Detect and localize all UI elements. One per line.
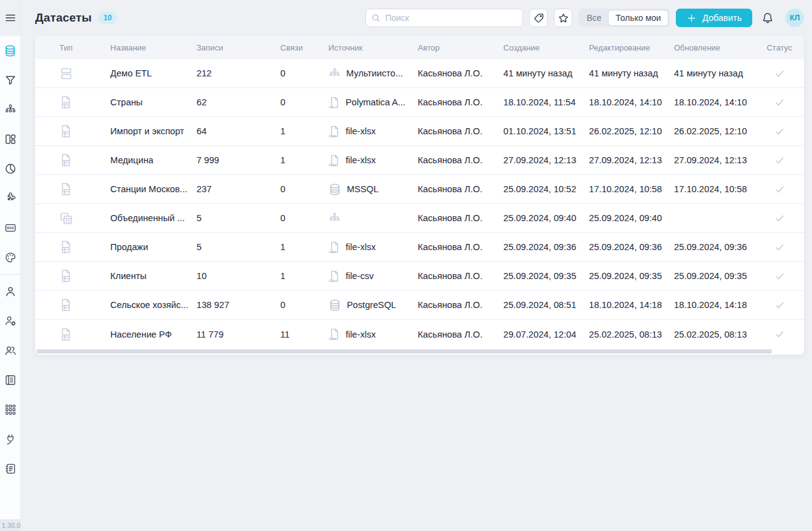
table-row[interactable]: Медицина7 9991XLSXfile-xlsxКасьянова Л.О…: [35, 146, 804, 175]
cell-type: [35, 67, 97, 81]
multisource-icon: [328, 212, 341, 224]
table-row[interactable]: Клиенты101CSVfile-csvКасьянова Л.О.25.09…: [35, 262, 804, 291]
cell-records: 138 927: [183, 300, 267, 310]
cell-edited: 25.02.2025, 08:13: [575, 330, 660, 339]
column-header-updated[interactable]: Обновление: [660, 43, 755, 52]
cell-author: Касьянова Л.О.: [404, 68, 490, 78]
column-header-source[interactable]: Источник: [315, 43, 404, 52]
cell-records: 10: [183, 271, 267, 281]
sidebar-item-plugins[interactable]: [0, 184, 20, 213]
cell-updated: 25.02.2025, 08:13: [660, 330, 755, 339]
cell-created: 18.10.2024, 11:54: [490, 97, 575, 107]
column-header-type[interactable]: Тип: [35, 43, 97, 52]
sidebar-divider: [0, 274, 20, 275]
cell-updated: 25.09.2024, 09:36: [660, 242, 755, 252]
cell-updated: 17.10.2024, 10:58: [660, 184, 755, 194]
cell-edited: 26.02.2025, 12:10: [575, 126, 660, 136]
sidebar-item-svg-editor[interactable]: SVG: [0, 213, 20, 243]
cell-status: [755, 270, 804, 282]
sidebar-item-directory[interactable]: [0, 365, 20, 395]
cell-created: 25.09.2024, 10:52: [490, 184, 575, 194]
cell-source: [315, 212, 404, 224]
horizontal-scrollbar: [35, 349, 804, 355]
svg-text:CSV: CSV: [328, 280, 334, 283]
column-header-edited[interactable]: Редактирование: [575, 43, 660, 52]
column-header-status[interactable]: Статус: [755, 43, 804, 52]
cell-source: XLSXfile-xlsx: [315, 241, 404, 254]
cell-source: Мультиисто...: [315, 67, 404, 79]
file-type-icon: [60, 298, 72, 312]
column-header-records[interactable]: Записи: [183, 43, 267, 52]
table-row[interactable]: Демо ETL2120Мультиисто...Касьянова Л.О.4…: [35, 59, 804, 88]
cell-name: Клиенты: [97, 271, 183, 281]
sidebar-item-dashboards[interactable]: [0, 124, 20, 154]
status-check-icon: [774, 126, 786, 137]
add-button-label: Добавить: [702, 13, 742, 23]
file-type-icon: [60, 269, 72, 283]
cell-type: [35, 328, 97, 341]
tags-filter-button[interactable]: [529, 9, 548, 27]
table-row[interactable]: Станции Москов...2370MSSQLКасьянова Л.О.…: [35, 175, 804, 204]
filter-mine-button[interactable]: Только мои: [608, 10, 668, 26]
status-check-icon: [774, 270, 786, 282]
sidebar-item-profile[interactable]: [0, 277, 20, 306]
sidebar-top-group: SVG: [0, 36, 20, 272]
cell-type: [35, 240, 97, 254]
add-button[interactable]: Добавить: [676, 9, 752, 27]
book-icon: [4, 374, 17, 386]
column-header-name[interactable]: Название: [97, 43, 183, 52]
scrollbar-thumb[interactable]: [36, 349, 772, 354]
sidebar-item-journal[interactable]: [0, 454, 20, 484]
sidebar-item-apps[interactable]: [0, 395, 20, 424]
cell-author: Касьянова Л.О.: [404, 184, 490, 194]
file-type-icon: [60, 182, 72, 196]
cell-name: Продажи: [97, 242, 183, 252]
sidebar-item-connections[interactable]: [0, 424, 20, 454]
sidebar-item-groups[interactable]: [0, 336, 20, 365]
cell-name: Сельское хозяйс...: [97, 300, 183, 310]
search-input[interactable]: [365, 9, 523, 27]
column-header-links[interactable]: Связи: [267, 43, 315, 52]
sidebar-item-filters[interactable]: [0, 65, 20, 95]
cell-updated: 41 минуту назад: [660, 68, 755, 78]
svg-text:XLSX: XLSX: [328, 135, 336, 138]
sidebar-item-charts[interactable]: [0, 154, 20, 184]
sidebar: SVG 1.30.0: [0, 0, 21, 531]
cell-type: [35, 298, 97, 312]
column-header-created[interactable]: Создание: [490, 43, 575, 52]
sidebar-item-palette[interactable]: [0, 243, 20, 272]
grid-icon: [4, 403, 17, 416]
file-xlsx-icon: XLSX: [328, 154, 340, 167]
table-row[interactable]: Страны620APIPolymatica A...Касьянова Л.О…: [35, 88, 804, 117]
table-row[interactable]: Объединенный ...50Касьянова Л.О.25.09.20…: [35, 204, 804, 233]
favorites-filter-button[interactable]: [554, 9, 572, 27]
main-area: Датасеты 10 Все Только мои Добавить: [21, 0, 812, 531]
sidebar-item-datasets[interactable]: [0, 36, 20, 65]
sidebar-bottom-group: [0, 277, 20, 484]
cell-source: XLSXfile-xlsx: [315, 125, 404, 138]
table-row[interactable]: Продажи51XLSXfile-xlsxКасьянова Л.О.25.0…: [35, 233, 804, 262]
user-avatar[interactable]: КЛ: [786, 9, 804, 27]
cell-source: PostgreSQL: [315, 299, 404, 312]
sidebar-item-user-settings[interactable]: [0, 306, 20, 336]
cell-links: 0: [267, 300, 315, 310]
filter-all-button[interactable]: Все: [580, 10, 608, 25]
cell-links: 1: [267, 271, 315, 281]
cell-created: 25.09.2024, 09:35: [490, 271, 575, 281]
table-row[interactable]: Население РФ11 77911XLSXfile-xlsxКасьяно…: [35, 320, 804, 349]
cell-type: [35, 269, 97, 283]
cell-edited: 18.10.2024, 14:10: [575, 97, 660, 107]
multisource-icon: [328, 67, 341, 79]
search-field: [365, 9, 523, 27]
sidebar-item-etl[interactable]: [0, 95, 20, 124]
cell-links: 0: [267, 184, 315, 194]
cell-created: 25.09.2024, 08:51: [490, 300, 575, 310]
column-header-author[interactable]: Автор: [404, 43, 490, 52]
hamburger-button[interactable]: [0, 0, 20, 36]
cell-type: [35, 211, 97, 225]
notifications-button[interactable]: [761, 12, 774, 24]
cell-updated: 18.10.2024, 14:18: [660, 300, 755, 310]
table-row[interactable]: Сельское хозяйс...138 9270PostgreSQLКась…: [35, 291, 804, 320]
table-row[interactable]: Импорт и экспорт641XLSXfile-xlsxКасьянов…: [35, 117, 804, 146]
cell-status: [755, 328, 804, 340]
